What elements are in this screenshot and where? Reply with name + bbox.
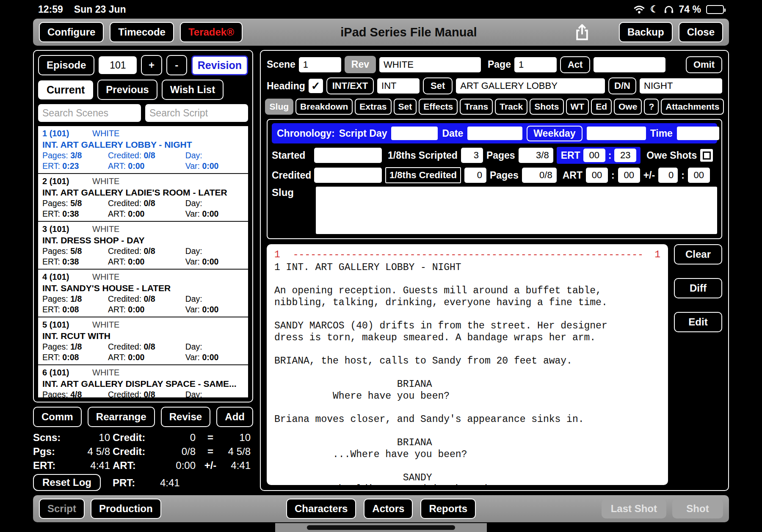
tab-shots[interactable]: Shots bbox=[530, 99, 563, 115]
pages-credited-input[interactable] bbox=[522, 168, 557, 183]
time-input[interactable] bbox=[677, 127, 719, 140]
close-button[interactable]: Close bbox=[679, 22, 723, 42]
tab-current[interactable]: Current bbox=[38, 80, 93, 99]
shot-button[interactable]: Shot bbox=[672, 499, 723, 518]
int-ext-button[interactable]: INT/EXT bbox=[326, 77, 374, 94]
ert-minutes-input[interactable] bbox=[583, 149, 605, 162]
variance-minutes-input[interactable] bbox=[658, 168, 678, 183]
act-input[interactable] bbox=[594, 57, 665, 72]
tab-attachments[interactable]: Attachments bbox=[661, 99, 724, 115]
episode-minus-button[interactable]: - bbox=[166, 55, 187, 75]
tab-ed[interactable]: Ed bbox=[591, 99, 612, 115]
credited-input[interactable] bbox=[314, 168, 382, 183]
scene-detail-panel: Scene Rev Page Act Omit Heading ✓ INT/EX… bbox=[260, 50, 729, 491]
weekday-input[interactable] bbox=[587, 127, 646, 140]
owe-shots-checkbox[interactable] bbox=[700, 149, 713, 162]
act-button[interactable]: Act bbox=[560, 56, 590, 73]
backup-button[interactable]: Backup bbox=[619, 22, 673, 42]
battery-icon bbox=[706, 5, 724, 14]
slug-text-area[interactable] bbox=[316, 187, 717, 234]
tab-owe[interactable]: Owe bbox=[614, 99, 642, 115]
add-button[interactable]: Add bbox=[216, 407, 253, 427]
episode-button[interactable]: Episode bbox=[38, 55, 94, 75]
comm-button[interactable]: Comm bbox=[33, 407, 82, 427]
weekday-button[interactable]: Weekday bbox=[527, 126, 582, 141]
tab-breakdown[interactable]: Breakdown bbox=[295, 99, 353, 115]
tab-wishlist[interactable]: Wish List bbox=[162, 80, 224, 100]
int-ext-input[interactable] bbox=[377, 78, 420, 94]
tab-track[interactable]: Track bbox=[495, 99, 527, 115]
scene-list-item-3[interactable]: 3 (101) WHITE INT. DRESS SHOP - DAY Page… bbox=[38, 222, 248, 270]
tab-previous[interactable]: Previous bbox=[97, 80, 157, 100]
pages-scripted-input[interactable] bbox=[519, 148, 553, 163]
tab-question[interactable]: ? bbox=[644, 99, 659, 115]
tab-wt[interactable]: WT bbox=[566, 99, 589, 115]
variance-seconds-input[interactable] bbox=[688, 168, 710, 183]
day-night-input[interactable] bbox=[640, 78, 722, 94]
scene-number: 2 (101) bbox=[42, 176, 92, 187]
scene-list-item-5[interactable]: 5 (101) WHITE INT. RCUT WITH Pages: 1/8 … bbox=[38, 317, 248, 365]
nav-characters-button[interactable]: Characters bbox=[286, 499, 356, 519]
owe-shots-label: Owe Shots bbox=[646, 150, 697, 161]
scene-list-item-6[interactable]: 6 (101) WHITE INT. ART GALLERY DISPLAY S… bbox=[38, 365, 248, 397]
art-seconds-input[interactable] bbox=[618, 168, 640, 183]
episode-number-input[interactable] bbox=[99, 56, 137, 74]
eighths-scripted-input[interactable] bbox=[461, 148, 483, 163]
app-title: iPad Series File Manual bbox=[248, 25, 569, 39]
tab-slug[interactable]: Slug bbox=[265, 99, 294, 115]
eighths-credited-button[interactable]: 1/8ths Credited bbox=[385, 167, 461, 183]
scene-list-item-4[interactable]: 4 (101) WHITE INT. SANDY'S HOUSE - LATER… bbox=[38, 270, 248, 317]
episode-plus-button[interactable]: + bbox=[141, 55, 162, 75]
configure-button[interactable]: Configure bbox=[39, 22, 104, 42]
rearrange-button[interactable]: Rearrange bbox=[88, 407, 155, 427]
date-input[interactable] bbox=[467, 127, 522, 140]
diff-button[interactable]: Diff bbox=[674, 278, 722, 298]
tab-trans[interactable]: Trans bbox=[460, 99, 493, 115]
script-viewer[interactable]: 1 --------------------------------------… bbox=[267, 244, 668, 485]
edit-button[interactable]: Edit bbox=[674, 312, 722, 332]
reset-log-button[interactable]: Reset Log bbox=[33, 474, 101, 491]
timecode-button[interactable]: Timecode bbox=[110, 22, 174, 42]
nav-reports-button[interactable]: Reports bbox=[420, 499, 476, 519]
rev-button[interactable]: Rev bbox=[345, 56, 376, 73]
omit-button[interactable]: Omit bbox=[686, 56, 722, 73]
scene-list-item-1[interactable]: 1 (101) WHITE INT. ART GALLERY LOBBY - N… bbox=[38, 126, 248, 174]
page-divider: ----------------------------------------… bbox=[293, 248, 642, 261]
revise-button[interactable]: Revise bbox=[161, 407, 210, 427]
page-input[interactable] bbox=[514, 57, 557, 72]
scene-sidebar: Episode + - Revision Current Previous Wi… bbox=[33, 50, 253, 491]
search-script-input[interactable] bbox=[145, 104, 248, 122]
heading-label: Heading bbox=[267, 80, 305, 92]
set-button[interactable]: Set bbox=[423, 77, 453, 94]
scene-revision-color: WHITE bbox=[92, 320, 244, 330]
heading-checkbox[interactable]: ✓ bbox=[309, 79, 323, 93]
search-scenes-input[interactable] bbox=[38, 104, 141, 122]
eighths-credited-input[interactable] bbox=[464, 168, 486, 183]
clear-button[interactable]: Clear bbox=[674, 244, 722, 265]
share-icon[interactable] bbox=[575, 23, 589, 41]
started-input[interactable] bbox=[314, 148, 382, 163]
status-date: Sun 23 Jun bbox=[74, 4, 126, 15]
scene-revision-color: WHITE bbox=[92, 128, 244, 139]
nav-production-button[interactable]: Production bbox=[91, 499, 161, 519]
script-day-input[interactable] bbox=[391, 127, 438, 140]
day-night-button[interactable]: D/N bbox=[608, 77, 636, 94]
home-indicator[interactable] bbox=[307, 525, 455, 530]
last-shot-button[interactable]: Last Shot bbox=[602, 499, 666, 518]
detail-tabs: Slug Breakdown Extras Set Effects Trans … bbox=[267, 99, 722, 115]
scene-list-item-2[interactable]: 2 (101) WHITE INT. ART GALLERY LADIE'S R… bbox=[38, 174, 248, 222]
tab-extras[interactable]: Extras bbox=[355, 99, 391, 115]
ert-seconds-input[interactable] bbox=[614, 149, 636, 162]
nav-script-button[interactable]: Script bbox=[39, 499, 85, 519]
revision-color-input[interactable] bbox=[379, 57, 481, 72]
teradek-button[interactable]: Teradek® bbox=[180, 22, 243, 42]
tab-set[interactable]: Set bbox=[394, 99, 417, 115]
art-minutes-input[interactable] bbox=[586, 168, 608, 183]
page-marker-left: 1 bbox=[274, 248, 280, 261]
tab-effects[interactable]: Effects bbox=[419, 99, 458, 115]
nav-actors-button[interactable]: Actors bbox=[364, 499, 413, 519]
set-input[interactable] bbox=[456, 78, 605, 94]
scene-number-input[interactable] bbox=[299, 57, 341, 72]
revision-button[interactable]: Revision bbox=[191, 55, 248, 75]
scene-revision-color: WHITE bbox=[92, 176, 244, 187]
